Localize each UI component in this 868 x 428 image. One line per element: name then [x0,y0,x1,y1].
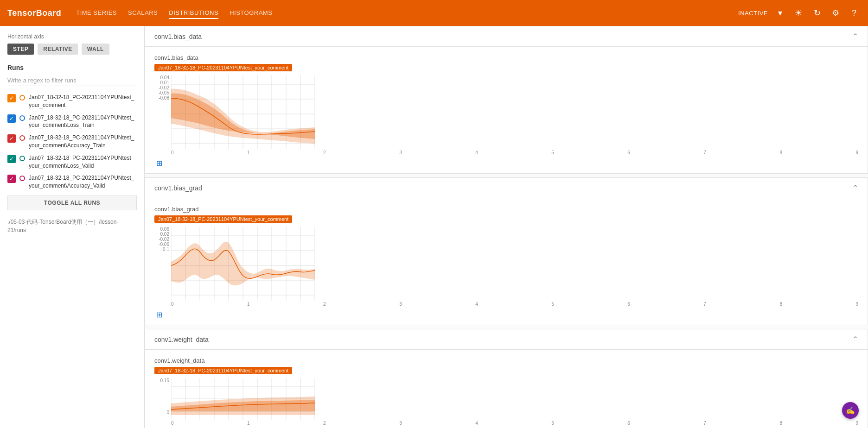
settings-icon[interactable]: ⚙ [829,6,842,19]
chart-bias-data-wrap: 0.04 0.01 -0.02 -0.05 -0.08 [154,75,858,149]
x-label: 0 [171,302,174,307]
nav-distributions[interactable]: DISTRIBUTIONS [169,7,218,19]
x-label: 6 [627,421,630,426]
run-item: ✓ Jan07_18-32-18_PC-20231104YPUNtest_you… [7,154,137,170]
nav-histograms[interactable]: HISTOGRAMS [230,7,272,19]
y-label: 0.15 [154,378,169,383]
section-bias-data-header: conv1.bias_data ⌃ [145,26,868,47]
chart-container-bias-data: conv1.bias_data Jan07_18-32-18_PC-202311… [145,47,868,173]
x-label: 3 [399,302,402,307]
x-label: 0 [171,421,174,426]
sidebar: Horizontal axis STEP RELATIVE WALL Runs … [0,26,145,428]
chart-weight-data-wrap: 0.15 0 [154,378,858,420]
x-label: 9 [855,302,858,307]
y-label: -0.06 [154,242,169,247]
nav-time-series[interactable]: TIME SERIES [76,7,117,19]
run3-dot [19,135,25,141]
section-bias-data: conv1.bias_data ⌃ conv1.bias_data Jan07_… [145,26,868,174]
chart-weight-data-title: conv1.weight_data [154,357,858,364]
run1-name: Jan07_18-32-18_PC-20231104YPUNtest_your_… [29,94,137,109]
axis-button-group: STEP RELATIVE WALL [7,44,137,55]
x-label: 5 [551,302,554,307]
run5-checkbox[interactable]: ✓ [7,175,16,183]
section-bias-grad-title: conv1.bias_grad [154,184,202,192]
topnav: TensorBoard TIME SERIES SCALARS DISTRIBU… [0,0,868,26]
section-bias-data-expand-icon[interactable]: ⌃ [852,32,858,41]
chart-container-weight-data: conv1.weight_data Jan07_18-32-18_PC-2023… [145,350,868,428]
runs-label: Runs [7,64,137,71]
x-label: 1 [247,421,250,426]
y-label: 0.06 [154,227,169,232]
run3-checkbox[interactable]: ✓ [7,134,16,143]
chart-weight-data-svg [171,378,315,420]
weight-data-y-axis: 0.15 0 [154,378,171,415]
x-label: 1 [247,302,250,307]
run4-checkbox[interactable]: ✓ [7,155,16,163]
app-logo: TensorBoard [7,8,61,18]
run-item: ✓ Jan07_18-32-18_PC-20231104YPUNtest_you… [7,134,137,150]
x-label: 2 [323,421,326,426]
x-label: 3 [399,150,402,155]
x-label: 6 [627,302,630,307]
chart-bias-data-expand-btn[interactable]: ⊞ [154,157,164,170]
x-label: 2 [323,150,326,155]
weight-data-x-axis: 0 1 2 3 4 5 6 7 8 9 [171,420,858,426]
y-label: 0.01 [154,80,169,85]
x-label: 4 [475,302,478,307]
axis-relative-btn[interactable]: RELATIVE [38,44,77,55]
y-label: -0.1 [154,247,169,252]
x-label: 5 [551,150,554,155]
section-bias-grad: conv1.bias_grad ⌃ conv1.bias_grad Jan07_… [145,177,868,325]
help-icon[interactable]: ? [848,6,861,19]
section-bias-data-title: conv1.bias_data [154,33,202,40]
chart-bias-data-svg [171,75,315,149]
chart-bias-grad-title: conv1.bias_grad [154,206,858,213]
run2-checkbox[interactable]: ✓ [7,114,16,123]
dropdown-icon[interactable]: ▾ [773,6,786,19]
y-label: -0.05 [154,90,169,95]
toggle-all-runs-btn[interactable]: TOGGLE ALL RUNS [7,195,137,210]
theme-icon[interactable]: ☀ [792,6,805,19]
x-label: 1 [247,150,250,155]
section-weight-data-header: conv1.weight_data ⌃ [145,329,868,350]
section-weight-data-title: conv1.weight_data [154,336,209,343]
accessibility-fab[interactable]: ✍ [842,402,859,419]
chart-container-bias-grad: conv1.bias_grad Jan07_18-32-18_PC-202311… [145,198,868,325]
chart-weight-data-run-tag: Jan07_18-32-18_PC-20231104YPUNtest_your_… [154,367,292,374]
section-weight-data-expand-icon[interactable]: ⌃ [852,335,858,344]
x-label: 4 [475,150,478,155]
x-label: 2 [323,302,326,307]
y-label: 0.02 [154,232,169,237]
nav-links: TIME SERIES SCALARS DISTRIBUTIONS HISTOG… [76,7,738,19]
x-label: 8 [779,421,782,426]
chart-bias-data-title: conv1.bias_data [154,54,858,61]
runs-filter-input[interactable] [7,75,137,86]
status-label: INACTIVE [738,10,768,17]
x-label: 9 [855,150,858,155]
refresh-icon[interactable]: ↻ [811,6,823,19]
axis-wall-btn[interactable]: WALL [82,44,109,55]
bias-data-y-axis: 0.04 0.01 -0.02 -0.05 -0.08 [154,75,171,101]
chart-bias-grad-expand-btn[interactable]: ⊞ [154,308,164,321]
run1-checkbox[interactable]: ✓ [7,94,16,102]
bias-grad-x-axis: 0 1 2 3 4 5 6 7 8 9 [171,301,858,307]
axis-step-btn[interactable]: STEP [7,44,34,55]
layout: Horizontal axis STEP RELATIVE WALL Runs … [0,26,868,428]
run-item: ✓ Jan07_18-32-18_PC-20231104YPUNtest_you… [7,114,137,130]
y-label: -0.08 [154,95,169,101]
sidebar-path: ./05-03-代码-TensorBoard使用（一）/lesson-21/ru… [7,218,137,234]
chart-bias-grad-svg [171,227,315,301]
run2-name: Jan07_18-32-18_PC-20231104YPUNtest_your_… [29,114,137,130]
x-label: 4 [475,421,478,426]
nav-scalars[interactable]: SCALARS [128,7,158,19]
run2-dot [19,115,25,121]
run3-name: Jan07_18-32-18_PC-20231104YPUNtest_your_… [29,134,137,150]
section-bias-grad-expand-icon[interactable]: ⌃ [852,183,858,192]
run-item: ✓ Jan07_18-32-18_PC-20231104YPUNtest_you… [7,94,137,109]
x-label: 7 [703,150,706,155]
x-label: 6 [627,150,630,155]
x-label: 8 [779,150,782,155]
x-label: 0 [171,150,174,155]
run1-dot [19,95,25,101]
section-bias-grad-header: conv1.bias_grad ⌃ [145,178,868,198]
